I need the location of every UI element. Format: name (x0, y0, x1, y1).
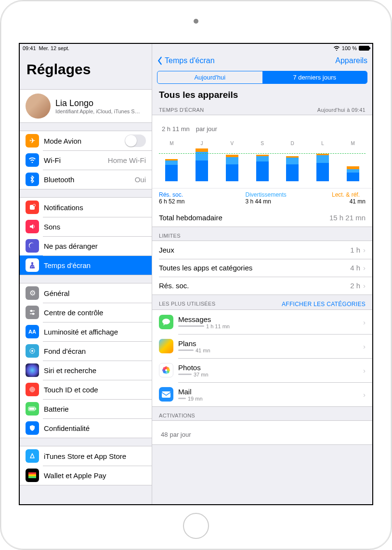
chevron-right-icon: › (363, 318, 366, 326)
limit-games[interactable]: Jeux 1 h › (152, 241, 372, 259)
wallpaper-icon (26, 344, 39, 358)
segment-week[interactable]: 7 derniers jours (262, 71, 367, 83)
sidebar-item-privacy[interactable]: Confidentialité (20, 418, 152, 438)
sidebar-item-touch-id[interactable]: Touch ID et code (20, 380, 152, 399)
app-messages-name: Messages (178, 315, 230, 323)
sidebar-item-bluetooth[interactable]: Bluetooth Oui (20, 170, 152, 189)
touch-id-label: Touch ID et code (44, 386, 98, 394)
sidebar-item-brightness[interactable]: AA Luminosité et affichage (20, 322, 152, 341)
screen-time-header: TEMPS D'ÉCRAN (159, 107, 204, 113)
limit-all-label: Toutes les apps et catégories (159, 264, 252, 272)
home-button[interactable] (183, 513, 209, 539)
battery-percent: 100 % (342, 45, 357, 51)
sidebar-item-dnd[interactable]: Ne pas déranger (20, 236, 152, 255)
app-photos[interactable]: Photos 37 mn › (152, 358, 372, 382)
back-label: Temps d'écran (165, 56, 215, 65)
wallpaper-label: Fond d'écran (44, 347, 86, 355)
show-categories-button[interactable]: AFFICHER LES CATÉGORIES (282, 301, 366, 308)
sidebar-item-notifications[interactable]: Notifications (20, 198, 152, 217)
appstore-icon (26, 449, 39, 463)
siri-label: Siri et recherche (44, 366, 96, 375)
front-camera (194, 19, 198, 24)
limit-all-value: 4 h (350, 264, 360, 272)
usage-bar (178, 374, 192, 375)
app-mail[interactable]: Mail 19 mn › (152, 382, 372, 406)
chevron-right-icon: › (363, 366, 366, 375)
sidebar-item-wallet[interactable]: Wallet et Apple Pay (20, 466, 152, 485)
touch-id-icon (26, 383, 39, 396)
limit-social-value: 2 h (350, 282, 360, 290)
privacy-label: Confidentialité (44, 424, 90, 432)
app-photos-time: 37 mn (194, 372, 209, 377)
average-time: 2 h 11 mn par jour (159, 120, 366, 134)
pickups-value: 48 (161, 431, 168, 438)
detail-panel: Temps d'écran Appareils Aujourd'hui 7 de… (152, 44, 372, 504)
svg-point-10 (32, 389, 33, 390)
sidebar-item-screen-time[interactable]: Temps d'écran (20, 255, 152, 275)
app-mail-name: Mail (178, 388, 203, 396)
sounds-label: Sons (44, 223, 60, 231)
app-messages[interactable]: Messages 1 h 11 mn › (152, 310, 372, 334)
messages-icon (159, 315, 173, 329)
svg-rect-15 (28, 474, 36, 476)
siri-icon (26, 363, 39, 377)
sidebar-item-general[interactable]: ⚙ Général (20, 283, 152, 303)
cat-entertainment-label: Divertissements (246, 191, 287, 198)
chevron-left-icon (157, 56, 163, 65)
wifi-icon (26, 153, 39, 167)
brightness-icon: AA (26, 325, 39, 338)
app-maps-name: Plans (178, 339, 210, 348)
screen-time-card[interactable]: 2 h 11 mn par jour MJVSDLM Rés. soc.6 h … (152, 115, 372, 227)
control-center-icon (26, 306, 39, 319)
svg-rect-13 (29, 408, 35, 410)
sidebar-item-battery[interactable]: Batterie (20, 399, 152, 418)
control-center-label: Centre de contrôle (44, 309, 103, 317)
weekly-total-value: 15 h 21 mn (329, 214, 366, 222)
weekly-chart: MJVSDLM (159, 138, 366, 183)
limit-social[interactable]: Rés. soc. 2 h › (152, 277, 372, 295)
wallet-label: Wallet et Apple Pay (44, 471, 106, 480)
sidebar-item-sounds[interactable]: Sons (20, 217, 152, 236)
svg-rect-2 (31, 262, 33, 264)
navbar: Temps d'écran Appareils (152, 53, 372, 68)
brightness-label: Luminosité et affichage (44, 328, 118, 336)
settings-title: Réglages (20, 53, 152, 81)
svg-point-25 (163, 367, 166, 370)
svg-rect-26 (162, 391, 170, 398)
bluetooth-icon (26, 173, 39, 186)
most-used-header: LES PLUS UTILISÉES (159, 301, 215, 308)
wifi-value: Home Wi-Fi (108, 156, 146, 164)
app-maps[interactable]: Plans 41 mn › (152, 334, 372, 358)
average-line (159, 153, 366, 154)
devices-button[interactable]: Appareils (335, 56, 367, 65)
sidebar-item-itunes[interactable]: iTunes Store et App Store (20, 446, 152, 466)
status-bar: 09:41 Mer. 12 sept. 100 % (20, 44, 372, 53)
sidebar-item-wallpaper[interactable]: Fond d'écran (20, 341, 152, 361)
bluetooth-label: Bluetooth (44, 175, 74, 184)
general-label: Général (44, 289, 69, 297)
segment-today[interactable]: Aujourd'hui (157, 71, 262, 83)
pickups-card[interactable]: 48par jour (152, 420, 372, 445)
app-maps-time: 41 mn (196, 348, 210, 353)
sidebar-item-airplane[interactable]: ✈ Mode Avion (20, 131, 152, 150)
cat-reading-value: 41 mn (332, 198, 366, 205)
sidebar-item-control-center[interactable]: Centre de contrôle (20, 303, 152, 322)
limit-all-apps[interactable]: Toutes les apps et catégories 4 h › (152, 259, 372, 277)
apple-id-cell[interactable]: Lia Longo Identifiant Apple, iCloud, iTu… (20, 90, 152, 122)
mail-icon (159, 387, 173, 402)
pickups-header: ACTIVATIONS (159, 413, 195, 418)
airplane-toggle[interactable] (125, 134, 146, 147)
dnd-icon (26, 239, 39, 253)
page-title: Tous les appareils (152, 87, 372, 101)
weekly-total-label: Total hebdomadaire (159, 214, 222, 222)
screen-time-icon (26, 258, 39, 272)
back-button[interactable]: Temps d'écran (157, 56, 215, 65)
usage-bar (178, 325, 204, 327)
dnd-label: Ne pas déranger (44, 242, 98, 250)
svg-rect-14 (28, 472, 36, 474)
cat-social-label: Rés. soc. (159, 191, 183, 198)
wifi-label: Wi-Fi (44, 156, 61, 164)
sidebar-item-wifi[interactable]: Wi-Fi Home Wi-Fi (20, 150, 152, 170)
chevron-right-icon: › (363, 342, 366, 350)
sidebar-item-siri[interactable]: Siri et recherche (20, 361, 152, 380)
